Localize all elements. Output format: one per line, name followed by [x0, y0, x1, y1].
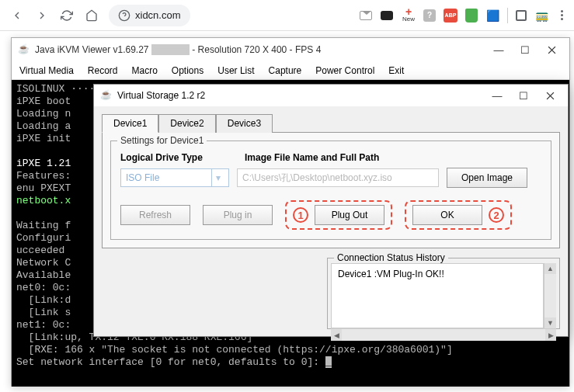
home-button[interactable]: [81, 5, 103, 26]
menu-macro[interactable]: Macro: [132, 65, 158, 76]
back-button[interactable]: [6, 5, 28, 26]
divider: [507, 8, 508, 23]
extension-icons: +New ? ABP 🟦 🚃: [360, 8, 568, 23]
settings-legend: Settings for Device1: [117, 135, 207, 146]
browser-toolbar: xidcn.com +New ? ABP 🟦 🚃: [0, 0, 574, 31]
forward-button[interactable]: [31, 5, 53, 26]
ok-button[interactable]: OK: [412, 205, 482, 225]
java-icon: ☕: [18, 43, 30, 56]
menu-user-list[interactable]: User List: [217, 65, 254, 76]
scroll-up-icon[interactable]: ▲: [544, 263, 556, 274]
tab-device3[interactable]: Device3: [216, 114, 273, 133]
vs-close-button[interactable]: [538, 86, 562, 105]
settings-fieldset: Settings for Device1 Logical Drive Type …: [110, 140, 551, 240]
connection-status-text: Device1 :VM Plug-In OK!!: [331, 263, 544, 328]
open-image-button[interactable]: Open Image: [447, 168, 527, 188]
vs-titlebar[interactable]: ☕ Virtual Storage 1.2 r2 — ☐: [94, 85, 568, 106]
plug-out-highlight: 1 Plug Out: [285, 200, 392, 230]
scroll-left-icon[interactable]: ◀: [331, 329, 342, 341]
menu-power-control[interactable]: Power Control: [315, 65, 374, 76]
java-icon: ☕: [100, 89, 113, 102]
virtual-storage-dialog: ☕ Virtual Storage 1.2 r2 — ☐ Device1 Dev…: [93, 84, 569, 337]
vertical-scrollbar[interactable]: ▲ ▼: [544, 263, 556, 328]
menu-virtual-media[interactable]: Virtual Media: [19, 65, 74, 76]
vs-maximize-button[interactable]: ☐: [512, 86, 535, 105]
ikvm-maximize-button[interactable]: ☐: [513, 40, 537, 59]
chrome-menu-button[interactable]: [556, 10, 568, 20]
menu-record[interactable]: Record: [88, 65, 118, 76]
extension-icon-b[interactable]: 🚃: [534, 9, 548, 23]
ikvm-menubar: Virtual Media Record Macro Options User …: [12, 61, 569, 80]
shield-icon[interactable]: [465, 9, 478, 23]
gmail-icon[interactable]: [360, 11, 372, 20]
ikvm-minimize-button[interactable]: —: [487, 40, 510, 59]
image-path-label: Image File Name and Full Path: [245, 152, 447, 163]
extension-dark-icon[interactable]: [380, 9, 394, 23]
scroll-down-icon[interactable]: ▼: [544, 317, 556, 328]
menu-exit[interactable]: Exit: [388, 65, 404, 76]
vs-title-text: Virtual Storage 1.2 r2: [117, 90, 205, 101]
image-path-input[interactable]: C:\Users\孔\Desktop\netboot.xyz.iso: [237, 168, 439, 187]
ikvm-title: Java iKVM Viewer v1.69.27 ▰▰▰▰▰ - Resolu…: [35, 44, 321, 55]
ikvm-titlebar[interactable]: ☕ Java iKVM Viewer v1.69.27 ▰▰▰▰▰ - Reso…: [12, 38, 569, 61]
menu-options[interactable]: Options: [172, 65, 204, 76]
tab-device2[interactable]: Device2: [158, 114, 215, 133]
plug-in-button[interactable]: Plug in: [203, 205, 273, 225]
reload-button[interactable]: [56, 5, 78, 26]
address-bar[interactable]: xidcn.com: [109, 5, 190, 26]
logical-drive-type-label: Logical Drive Type: [120, 152, 245, 163]
vs-minimize-button[interactable]: —: [485, 86, 509, 105]
menu-capture[interactable]: Capture: [269, 65, 302, 76]
horizontal-scrollbar[interactable]: ◀ ▶: [331, 328, 556, 341]
new-icon[interactable]: +New: [402, 9, 416, 23]
annotation-marker-1: 1: [293, 207, 308, 223]
device-tabs: Device1 Device2 Device3: [102, 114, 560, 133]
panel-icon[interactable]: [516, 10, 527, 21]
annotation-marker-2: 2: [489, 207, 504, 223]
extension-icon-a[interactable]: 🟦: [485, 9, 499, 23]
adblock-icon[interactable]: ABP: [444, 9, 457, 23]
drive-type-dropdown[interactable]: ISO File ▾: [120, 168, 229, 187]
scroll-right-icon[interactable]: ▶: [545, 329, 556, 341]
ikvm-close-button[interactable]: [540, 40, 563, 59]
terminal-cursor: _: [325, 356, 332, 368]
drive-type-value: ISO File: [126, 172, 159, 183]
url-text: xidcn.com: [135, 9, 181, 21]
tab-device1[interactable]: Device1: [102, 114, 158, 133]
site-info-icon: [118, 9, 130, 22]
plug-out-button[interactable]: Plug Out: [315, 205, 384, 225]
ok-highlight: OK 2: [405, 200, 512, 230]
chevron-down-icon: ▾: [211, 169, 224, 186]
tab-panel-device1: Settings for Device1 Logical Drive Type …: [102, 132, 560, 248]
refresh-button[interactable]: Refresh: [120, 205, 190, 225]
help-icon[interactable]: ?: [423, 9, 436, 22]
connection-status-fieldset: Connection Status History Device1 :VM Pl…: [327, 258, 560, 329]
connection-status-legend: Connection Status History: [334, 252, 448, 263]
